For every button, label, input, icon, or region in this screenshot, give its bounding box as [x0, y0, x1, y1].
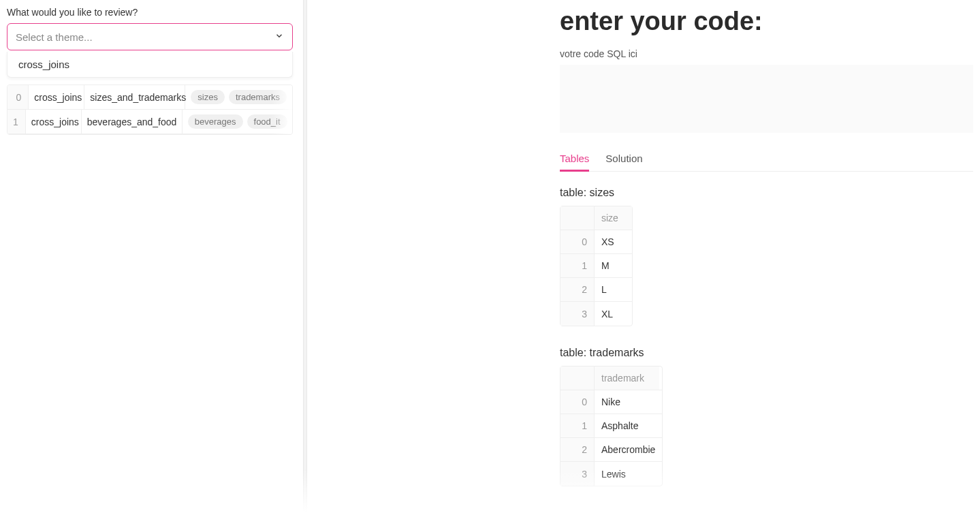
tab-solution[interactable]: Solution	[605, 153, 642, 171]
header-size: size	[595, 206, 632, 230]
header-index	[560, 206, 595, 230]
right-panel: enter your code: votre code SQL ici Tabl…	[560, 7, 980, 507]
table-row: 3 XL	[560, 302, 632, 326]
cell-size: M	[595, 254, 632, 277]
row-name: sizes_and_trademarks	[84, 85, 185, 109]
table-row: 0 XS	[560, 230, 632, 254]
cell-trademark: Asphalte	[595, 414, 659, 437]
tag-pill: trademarks	[229, 90, 287, 104]
sql-code-input[interactable]	[560, 65, 973, 133]
select-placeholder: Select a theme...	[16, 31, 93, 43]
tab-tables[interactable]: Tables	[560, 153, 589, 171]
row-index: 0	[560, 230, 595, 253]
row-tags: sizes trademarks	[185, 85, 292, 109]
dropdown-option-cross-joins[interactable]: cross_joins	[7, 52, 292, 77]
theme-select-wrap: Select a theme... cross_joins	[7, 23, 293, 50]
select-label: What would you like to review?	[7, 7, 296, 18]
row-index: 2	[560, 278, 595, 301]
sizes-table-label: table: sizes	[560, 187, 973, 199]
row-theme: cross_joins	[26, 110, 82, 134]
header-index	[560, 367, 595, 390]
code-subtitle: votre code SQL ici	[560, 48, 973, 59]
table-header-row: size	[560, 206, 632, 230]
row-index: 1	[560, 414, 595, 437]
tag-pill: sizes	[191, 90, 225, 104]
row-theme: cross_joins	[29, 85, 84, 109]
sizes-table: size 0 XS 1 M 2 L 3 XL	[560, 206, 633, 326]
table-row: 1 cross_joins beverages_and_food beverag…	[7, 110, 292, 134]
table-row: 1 Asphalte	[560, 414, 662, 438]
tag-pill: beverages	[188, 114, 243, 129]
cell-trademark: Lewis	[595, 462, 659, 486]
cell-trademark: Nike	[595, 390, 659, 414]
exercises-table: 0 cross_joins sizes_and_trademarks sizes…	[7, 84, 293, 135]
row-name: beverages_and_food	[82, 110, 183, 134]
panel-divider[interactable]	[303, 0, 307, 530]
row-index: 0	[7, 85, 29, 109]
page-title: enter your code:	[560, 7, 973, 36]
tag-pill: food_it	[247, 114, 287, 129]
cell-size: XL	[595, 302, 632, 326]
row-index: 1	[7, 110, 26, 134]
table-row: 2 Abercrombie	[560, 438, 662, 462]
theme-dropdown: cross_joins	[7, 52, 293, 78]
row-tags: beverages food_it	[183, 110, 293, 134]
trademarks-table: trademark 0 Nike 1 Asphalte 2 Abercrombi…	[560, 366, 663, 486]
left-panel: What would you like to review? Select a …	[0, 0, 303, 530]
table-row: 1 M	[560, 254, 632, 278]
row-index: 1	[560, 254, 595, 277]
row-index: 0	[560, 390, 595, 414]
table-row: 0 cross_joins sizes_and_trademarks sizes…	[7, 85, 292, 110]
trademarks-table-label: table: trademarks	[560, 347, 973, 359]
row-index: 2	[560, 438, 595, 461]
table-row: 0 Nike	[560, 390, 662, 414]
cell-size: XS	[595, 230, 632, 253]
table-header-row: trademark	[560, 367, 662, 390]
cell-trademark: Abercrombie	[595, 438, 662, 461]
row-index: 3	[560, 462, 595, 486]
chevron-down-icon	[274, 31, 284, 43]
table-row: 2 L	[560, 278, 632, 302]
result-tabs: Tables Solution	[560, 153, 973, 172]
header-trademark: trademark	[595, 367, 659, 390]
cell-size: L	[595, 278, 632, 301]
row-index: 3	[560, 302, 595, 326]
table-row: 3 Lewis	[560, 462, 662, 486]
theme-select[interactable]: Select a theme...	[7, 23, 293, 50]
